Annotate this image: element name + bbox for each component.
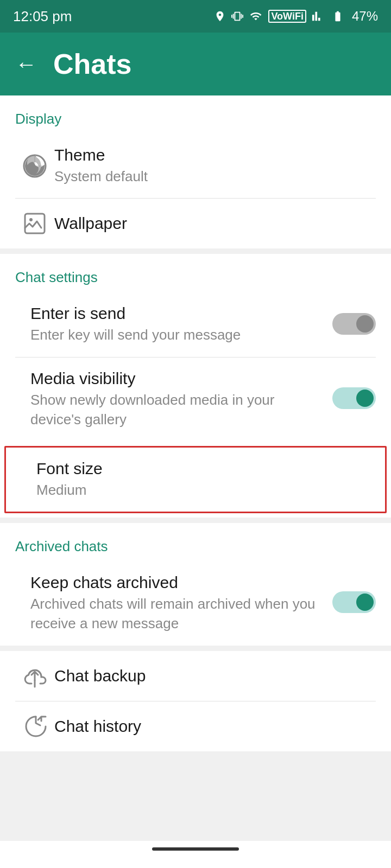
keep-archived-toggle[interactable] xyxy=(332,591,376,615)
enter-send-subtitle: Enter key will send your message xyxy=(30,325,324,344)
battery-percentage: 47% xyxy=(352,9,378,24)
setting-enter-send[interactable]: Enter is send Enter key will send your m… xyxy=(0,292,391,356)
setting-chat-backup[interactable]: Chat backup xyxy=(0,651,391,701)
page-title: Chats xyxy=(53,48,131,80)
toggle-knob-archived xyxy=(356,593,374,611)
backup-icon xyxy=(15,663,54,689)
section-divider-3 xyxy=(0,646,391,651)
font-size-title: Font size xyxy=(36,459,374,478)
setting-font-size[interactable]: Font size Medium xyxy=(4,446,387,513)
back-button[interactable]: ← xyxy=(15,53,37,75)
section-display: Display xyxy=(0,95,391,134)
backup-title: Chat backup xyxy=(54,667,376,685)
vowifi-badge: VoWiFi xyxy=(268,10,306,23)
toggle-media-visibility[interactable] xyxy=(332,387,376,409)
font-size-subtitle: Medium xyxy=(36,480,374,500)
setting-chat-history[interactable]: Chat history xyxy=(0,701,391,751)
svg-point-2 xyxy=(29,218,33,221)
toggle-knob-media xyxy=(356,390,374,407)
status-time: 12:05 pm xyxy=(13,8,72,25)
status-bar: 12:05 pm VoWiFi 47% xyxy=(0,0,391,33)
keep-archived-title: Keep chats archived xyxy=(30,573,324,592)
theme-title: Theme xyxy=(54,146,376,164)
home-indicator xyxy=(152,847,239,851)
backup-text: Chat backup xyxy=(54,667,376,685)
settings-content: Display Theme System default xyxy=(0,95,391,751)
wallpaper-icon xyxy=(15,210,54,237)
toggle-enter-send[interactable] xyxy=(332,313,376,335)
setting-keep-archived[interactable]: Keep chats archived Archived chats will … xyxy=(0,561,391,646)
wallpaper-text: Wallpaper xyxy=(54,214,376,233)
section-chat-settings: Chat settings xyxy=(0,254,391,292)
page-header: ← Chats xyxy=(0,33,391,95)
setting-wallpaper[interactable]: Wallpaper xyxy=(0,199,391,248)
history-title: Chat history xyxy=(54,717,376,736)
wallpaper-title: Wallpaper xyxy=(54,214,376,233)
keep-archived-subtitle: Archived chats will remain archived when… xyxy=(30,594,324,634)
section-divider-1 xyxy=(0,248,391,254)
vibrate-icon xyxy=(231,10,243,22)
media-visibility-subtitle: Show newly downloaded media in your devi… xyxy=(30,390,324,430)
enter-send-toggle[interactable] xyxy=(332,313,376,337)
history-text: Chat history xyxy=(54,717,376,736)
enter-send-text: Enter is send Enter key will send your m… xyxy=(30,304,324,344)
media-visibility-text: Media visibility Show newly downloaded m… xyxy=(30,369,324,430)
section-divider-2 xyxy=(0,518,391,523)
theme-subtitle: System default xyxy=(54,167,376,186)
font-size-text: Font size Medium xyxy=(36,459,374,500)
wifi-icon xyxy=(249,10,263,22)
status-icons: VoWiFi 47% xyxy=(214,9,378,24)
setting-theme[interactable]: Theme System default xyxy=(0,134,391,198)
setting-media-visibility[interactable]: Media visibility Show newly downloaded m… xyxy=(0,358,391,442)
theme-icon xyxy=(15,153,54,179)
bottom-nav-bar xyxy=(0,841,391,868)
media-visibility-toggle[interactable] xyxy=(332,387,376,411)
enter-send-title: Enter is send xyxy=(30,304,324,323)
signal-icon xyxy=(312,10,324,22)
keep-archived-text: Keep chats archived Archived chats will … xyxy=(30,573,324,634)
time-display: 12:05 pm xyxy=(13,8,72,25)
media-visibility-title: Media visibility xyxy=(30,369,324,388)
location-icon xyxy=(214,10,226,22)
toggle-knob-enter-send xyxy=(356,315,374,333)
battery-icon xyxy=(329,10,346,22)
section-archived-chats: Archived chats xyxy=(0,523,391,561)
history-icon xyxy=(15,713,54,739)
theme-text: Theme System default xyxy=(54,146,376,186)
toggle-keep-archived[interactable] xyxy=(332,591,376,613)
